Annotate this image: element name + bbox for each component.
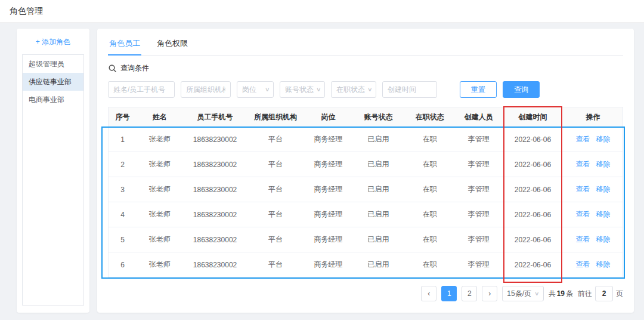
account-status-select[interactable]: 账号状态 ∨ <box>280 81 325 98</box>
account-status-select-value: 账号状态 <box>285 85 314 95</box>
sidebar: + 添加角色 超级管理员供应链事业部电商事业部 <box>17 29 89 313</box>
cell-name: 张老师 <box>137 152 183 177</box>
tab-role-staff[interactable]: 角色员工 <box>108 35 141 55</box>
cell-no: 5 <box>109 227 137 252</box>
sidebar-item[interactable]: 供应链事业部 <box>23 73 83 91</box>
column-header: 岗位 <box>304 107 352 127</box>
column-header: 所属组织机构 <box>247 107 304 127</box>
cell-position: 商务经理 <box>304 127 352 152</box>
employment-status-select[interactable]: 在职状态 ∨ <box>331 81 376 98</box>
cell-employment-status: 在职 <box>404 202 456 227</box>
cell-org: 平台 <box>247 227 304 252</box>
view-link[interactable]: 查看 <box>576 210 590 218</box>
column-header: 创建人员 <box>456 107 502 127</box>
cell-employment-status: 在职 <box>404 252 456 277</box>
cell-name: 张老师 <box>137 127 183 152</box>
cell-no: 2 <box>109 152 137 177</box>
page-numbers: 12 <box>441 286 477 301</box>
cell-create-time: 2022-06-06 <box>502 202 564 227</box>
query-condition-row: 查询条件 <box>108 63 623 73</box>
chevron-down-icon: ∨ <box>316 87 321 92</box>
cell-org: 平台 <box>247 127 304 152</box>
chevron-down-icon: ∨ <box>265 87 270 92</box>
remove-link[interactable]: 移除 <box>596 160 611 168</box>
cell-name: 张老师 <box>137 202 183 227</box>
tab-role-permission[interactable]: 角色权限 <box>156 35 189 55</box>
table-row: 6张老师18638230002平台商务经理已启用在职李管理2022-06-06查… <box>109 252 623 277</box>
column-header: 在职状态 <box>404 107 456 127</box>
table-head-row: 序号姓名员工手机号所属组织机构岗位账号状态在职状态创建人员创建时间操作 <box>109 107 623 127</box>
view-link[interactable]: 查看 <box>576 135 590 143</box>
next-page-button[interactable]: › <box>482 286 497 301</box>
reset-button[interactable]: 重置 <box>460 81 497 98</box>
cell-position: 商务经理 <box>304 252 352 277</box>
cell-no: 1 <box>109 127 137 152</box>
filter-row: 岗位 ∨ 账号状态 ∨ 在职状态 ∨ 重置 查询 <box>108 81 623 98</box>
view-link[interactable]: 查看 <box>576 260 590 269</box>
cell-phone: 18638230002 <box>183 127 247 152</box>
page-size-select[interactable]: 15条/页 ∨ <box>502 286 543 301</box>
view-link[interactable]: 查看 <box>576 185 590 193</box>
view-link[interactable]: 查看 <box>576 235 590 243</box>
cell-employment-status: 在职 <box>404 227 456 252</box>
cell-no: 4 <box>109 202 137 227</box>
cell-no: 6 <box>109 252 137 277</box>
prev-page-button[interactable]: ‹ <box>421 286 436 301</box>
cell-actions: 查看移除 <box>564 227 623 252</box>
remove-link[interactable]: 移除 <box>596 185 611 193</box>
cell-phone: 18638230002 <box>183 152 247 177</box>
cell-account-status: 已启用 <box>352 227 404 252</box>
add-role-button[interactable]: + 添加角色 <box>22 37 84 47</box>
table-row: 5张老师18638230002平台商务经理已启用在职李管理2022-06-06查… <box>109 227 623 252</box>
cell-create-time: 2022-06-06 <box>502 152 564 177</box>
cell-position: 商务经理 <box>304 227 352 252</box>
page-header: 角色管理 <box>0 0 644 23</box>
cell-phone: 18638230002 <box>183 252 247 277</box>
cell-org: 平台 <box>247 202 304 227</box>
cell-employment-status: 在职 <box>404 152 456 177</box>
cell-account-status: 已启用 <box>352 177 404 202</box>
cell-no: 3 <box>109 177 137 202</box>
cell-actions: 查看移除 <box>564 177 623 202</box>
create-time-input[interactable] <box>382 81 437 98</box>
page-jumper: 前往 页 <box>578 286 623 301</box>
cell-actions: 查看移除 <box>564 202 623 227</box>
cell-creator: 李管理 <box>456 152 502 177</box>
remove-link[interactable]: 移除 <box>596 260 611 269</box>
chevron-down-icon: ∨ <box>534 291 540 297</box>
table-row: 1张老师18638230002平台商务经理已启用在职李管理2022-06-06查… <box>109 127 623 152</box>
position-select-value: 岗位 <box>242 85 256 95</box>
query-button[interactable]: 查询 <box>503 81 540 98</box>
total-count: 共19条 <box>549 289 573 299</box>
cell-actions: 查看移除 <box>564 152 623 177</box>
cell-org: 平台 <box>247 252 304 277</box>
cell-actions: 查看移除 <box>564 127 623 152</box>
page-title: 角色管理 <box>10 6 43 17</box>
page-number-button[interactable]: 1 <box>441 286 457 301</box>
cell-org: 平台 <box>247 152 304 177</box>
column-header: 序号 <box>109 107 137 127</box>
cell-creator: 李管理 <box>456 127 502 152</box>
table-row: 2张老师18638230002平台商务经理已启用在职李管理2022-06-06查… <box>109 152 623 177</box>
cell-name: 张老师 <box>137 227 183 252</box>
pagination: ‹ 12 › 15条/页 ∨ 共19条 前往 页 <box>108 286 623 301</box>
position-select[interactable]: 岗位 ∨ <box>237 81 274 98</box>
organization-input[interactable] <box>181 81 231 98</box>
remove-link[interactable]: 移除 <box>596 135 611 143</box>
cell-actions: 查看移除 <box>564 252 623 277</box>
page-jump-input[interactable] <box>595 286 613 301</box>
cell-creator: 李管理 <box>456 227 502 252</box>
page-number-button[interactable]: 2 <box>462 286 477 301</box>
main-card: 角色员工 角色权限 查询条件 岗位 ∨ 账号状态 ∨ 在职状态 ∨ <box>97 29 634 313</box>
page-size-value: 15条/页 <box>507 289 531 299</box>
remove-link[interactable]: 移除 <box>596 235 611 243</box>
view-link[interactable]: 查看 <box>576 160 590 168</box>
name-phone-input[interactable] <box>108 81 175 98</box>
cell-create-time: 2022-06-06 <box>502 127 564 152</box>
cell-account-status: 已启用 <box>352 202 404 227</box>
sidebar-item[interactable]: 超级管理员 <box>23 55 83 73</box>
column-header: 操作 <box>564 107 623 127</box>
sidebar-item[interactable]: 电商事业部 <box>23 91 83 109</box>
cell-name: 张老师 <box>137 177 183 202</box>
remove-link[interactable]: 移除 <box>596 210 611 218</box>
